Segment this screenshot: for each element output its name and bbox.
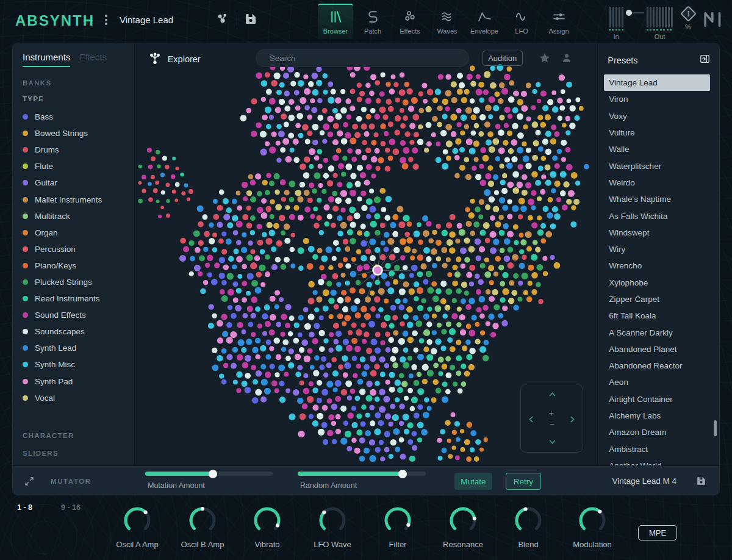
- preset-item[interactable]: Abandoned Reactor: [598, 357, 719, 374]
- pan-up-icon[interactable]: [548, 392, 556, 397]
- preset-item[interactable]: Vintage Lead: [604, 74, 710, 91]
- macro-knob-blend[interactable]: Blend: [495, 505, 561, 549]
- type-filter-plucked-strings[interactable]: Plucked Strings: [23, 274, 124, 290]
- preset-item[interactable]: Wiry: [598, 241, 719, 257]
- type-filter-synth-lead[interactable]: Synth Lead: [23, 340, 124, 356]
- type-color-dot: [23, 296, 28, 301]
- mpe-button[interactable]: MPE: [638, 525, 677, 540]
- user-icon[interactable]: [561, 52, 573, 66]
- open-panel-icon[interactable]: [699, 53, 711, 67]
- sliders-section-header[interactable]: SLIDERS: [23, 450, 124, 457]
- preset-item[interactable]: Weirdo: [598, 174, 719, 191]
- type-filter-mallet-instruments[interactable]: Mallet Instruments: [23, 191, 124, 207]
- sidebar-tab-instruments[interactable]: Instruments: [23, 52, 70, 67]
- selected-preset-dot[interactable]: [373, 266, 382, 275]
- macro-page-1-8[interactable]: 1 - 8: [17, 503, 32, 512]
- mutate-button[interactable]: Mutate: [454, 473, 492, 490]
- preset-item[interactable]: Xylophobe: [598, 275, 719, 291]
- macro-knob-filter[interactable]: Filter: [365, 505, 431, 549]
- macro-knob-vibrato[interactable]: Vibrato: [234, 505, 300, 549]
- type-filter-guitar[interactable]: Guitar: [23, 174, 124, 191]
- preset-item[interactable]: 6ft Tall Koala: [598, 307, 719, 324]
- zoom-out-icon[interactable]: −: [550, 420, 554, 428]
- preset-item[interactable]: Whale's Naptime: [598, 191, 719, 207]
- tab-assign[interactable]: Assign: [541, 4, 576, 39]
- type-filter-piano-keys[interactable]: Piano/Keys: [23, 257, 124, 274]
- search-input[interactable]: [256, 49, 469, 67]
- macro-knob-lfo-wave[interactable]: LFO Wave: [300, 505, 365, 549]
- preset-item[interactable]: Alchemy Labs: [598, 407, 719, 424]
- pan-left-icon[interactable]: [528, 415, 534, 423]
- type-filter-drums[interactable]: Drums: [23, 142, 124, 158]
- type-filter-flute[interactable]: Flute: [23, 158, 124, 174]
- audition-button[interactable]: Audition: [483, 51, 523, 66]
- preset-item[interactable]: Windswept: [598, 224, 719, 241]
- type-filter-synth-misc[interactable]: Synth Misc: [23, 356, 124, 373]
- character-section-header[interactable]: CHARACTER: [23, 432, 124, 439]
- type-filter-sound-effects[interactable]: Sound Effects: [23, 307, 124, 323]
- preset-item[interactable]: Voxy: [598, 108, 719, 124]
- pan-right-icon[interactable]: [570, 415, 575, 423]
- preset-item[interactable]: Walle: [598, 141, 719, 157]
- slider-handle[interactable]: [398, 470, 407, 478]
- retry-button[interactable]: Retry: [506, 473, 541, 490]
- macro-knob-modulation[interactable]: Modulation: [559, 505, 625, 549]
- pan-down-icon[interactable]: [548, 439, 556, 445]
- mutation-amount-slider[interactable]: Mutation Amount: [145, 472, 273, 490]
- preset-scrollbar-thumb[interactable]: [714, 420, 717, 436]
- preset-item[interactable]: Vulture: [598, 124, 719, 141]
- macro-knob-oscil-a-amp[interactable]: Oscil A Amp: [104, 505, 170, 549]
- type-filter-organ[interactable]: Organ: [23, 224, 124, 241]
- preset-item[interactable]: Waterplitscher: [598, 157, 719, 174]
- macro-page-9-16[interactable]: 9 - 16: [61, 503, 81, 512]
- preset-item[interactable]: Amazon Dream: [598, 424, 719, 440]
- tab-patch[interactable]: Patch: [355, 4, 390, 39]
- slider-handle[interactable]: [209, 470, 217, 478]
- type-filter-bowed-strings[interactable]: Bowed Strings: [23, 125, 124, 142]
- banks-section-header[interactable]: BANKS: [23, 79, 124, 87]
- sidebar-tab-effects[interactable]: Effects: [79, 52, 107, 67]
- preset-item[interactable]: Wrencho: [598, 257, 719, 274]
- molecule-icon[interactable]: [215, 11, 231, 27]
- preset-item[interactable]: Aeon: [598, 374, 719, 390]
- preset-item[interactable]: As Falls Wichita: [598, 207, 719, 224]
- explorer-title: Explorer: [168, 54, 201, 64]
- type-filter-percussion[interactable]: Percussion: [23, 241, 124, 257]
- in-label: In: [613, 33, 619, 40]
- type-filter-multitrack[interactable]: Multitrack: [23, 208, 124, 224]
- preset-item[interactable]: Airtight Container: [598, 391, 719, 407]
- preset-item[interactable]: A Scanner Darkly: [598, 324, 719, 340]
- menu-dots-icon[interactable]: [105, 15, 107, 25]
- favorite-star-icon[interactable]: [539, 52, 551, 66]
- type-filter-bass[interactable]: Bass: [23, 109, 124, 125]
- presets-header: Presets: [608, 56, 637, 65]
- tab-lfo[interactable]: LFO: [504, 4, 539, 39]
- lfo-icon: [514, 9, 529, 24]
- type-filter-vocal[interactable]: Vocal: [23, 390, 124, 406]
- preset-item[interactable]: Zipper Carpet: [598, 291, 719, 307]
- macro-knob-oscil-b-amp[interactable]: Oscil B Amp: [170, 505, 235, 549]
- preset-item[interactable]: Ambistract: [598, 441, 719, 458]
- mutator-bar: MUTATOR Mutation Amount Random Amount Mu…: [13, 465, 719, 495]
- macro-knob-resonance[interactable]: Resonance: [430, 505, 496, 549]
- type-filter-synth-pad[interactable]: Synth Pad: [23, 373, 124, 390]
- zoom-in-icon[interactable]: +: [549, 409, 554, 417]
- tab-envelope[interactable]: Envelope: [467, 4, 502, 39]
- random-amount-slider[interactable]: Random Amount: [298, 472, 426, 490]
- expand-icon[interactable]: [24, 476, 35, 489]
- io-balance-slider[interactable]: [625, 7, 645, 27]
- main-tab-strip: BrowserPatchEffectsWavesEnvelopeLFOAssig…: [318, 4, 576, 39]
- preset-item[interactable]: Abandoned Planet: [598, 341, 719, 357]
- effects-icon: [403, 9, 418, 24]
- type-filter-reed-instruments[interactable]: Reed Instruments: [23, 290, 124, 307]
- main-panel: Instruments Effects BANKS TYPE BassBowed…: [12, 43, 720, 495]
- tab-browser[interactable]: Browser: [318, 4, 353, 39]
- tab-effects[interactable]: Effects: [392, 4, 428, 39]
- tab-waves[interactable]: Waves: [429, 4, 465, 39]
- save-icon[interactable]: [243, 12, 258, 26]
- save-icon[interactable]: [695, 475, 707, 489]
- type-section-header[interactable]: TYPE: [23, 95, 124, 102]
- preset-item[interactable]: Viron: [598, 91, 719, 107]
- type-filter-soundscapes[interactable]: Soundscapes: [23, 323, 124, 340]
- knob-label: LFO Wave: [300, 540, 365, 549]
